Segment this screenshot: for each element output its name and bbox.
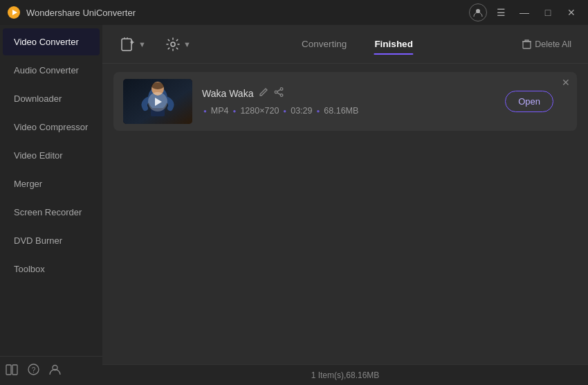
file-info: Waka Waka [202,87,495,116]
sidebar-item-audio-converter[interactable]: Audio Converter [3,57,100,84]
file-name: Waka Waka [202,88,253,99]
sidebar-item-merger[interactable]: Merger [3,170,100,197]
delete-all-button[interactable]: Delete All [517,36,577,53]
content-area: ▼ ▼ Converting Finished [102,25,588,385]
settings-arrow: ▼ [183,40,191,48]
status-bar: 1 Item(s),68.16MB [102,364,588,385]
open-file-button[interactable]: Open [505,91,553,112]
sidebar: Video Converter Audio Converter Download… [0,25,102,385]
minimize-button[interactable]: — [515,5,534,20]
menu-button[interactable]: ☰ [491,5,511,20]
main-layout: Video Converter Audio Converter Download… [0,25,588,385]
delete-all-label: Delete All [535,39,571,49]
svg-rect-10 [523,42,531,48]
svg-point-16 [281,88,284,91]
svg-point-18 [275,91,278,93]
file-name-row: Waka Waka [202,87,495,99]
play-button[interactable] [148,92,167,111]
sidebar-item-downloader[interactable]: Downloader [3,85,100,112]
sidebar-item-video-converter[interactable]: Video Converter [3,28,100,55]
app-title: Wondershare UniConverter [26,8,136,18]
svg-point-9 [171,42,175,46]
file-meta: ● MP4 ● 1280×720 ● 03:29 ● 68.16MB [202,106,495,116]
file-duration: 03:29 [291,106,312,116]
sidebar-item-dvd-burner[interactable]: DVD Burner [3,227,100,254]
status-text: 1 Item(s),68.16MB [311,370,380,380]
sidebar-item-video-editor[interactable]: Video Editor [3,142,100,169]
svg-rect-4 [12,365,17,375]
svg-point-15 [151,82,164,89]
svg-text:?: ? [32,366,36,374]
sidebar-item-toolbox[interactable]: Toolbox [3,256,100,283]
sidebar-bottom: ? [0,356,102,385]
help-icon[interactable]: ? [28,364,39,378]
add-file-button[interactable]: ▼ [113,33,153,56]
settings-button[interactable]: ▼ [158,33,198,56]
title-bar-left: Wondershare UniConverter [7,6,136,19]
tab-finished[interactable]: Finished [360,35,427,53]
play-triangle-icon [155,98,162,106]
file-resolution: 1280×720 [240,106,279,116]
file-card: ✕ [113,72,577,131]
toolbar: ▼ ▼ Converting Finished [102,25,588,64]
sidebar-item-screen-recorder[interactable]: Screen Recorder [3,199,100,226]
title-bar: Wondershare UniConverter ☰ — □ ✕ [0,0,588,25]
file-thumbnail[interactable] [123,79,192,124]
edit-icon[interactable] [259,87,268,99]
add-file-arrow: ▼ [138,40,146,48]
file-format: MP4 [211,106,229,116]
file-close-button[interactable]: ✕ [562,78,570,87]
svg-rect-3 [6,365,11,375]
svg-line-20 [277,93,281,95]
bullet-1: ● [203,108,207,114]
user-icon[interactable] [49,364,61,378]
profile-button[interactable] [469,3,487,21]
app-logo [7,6,21,19]
svg-rect-8 [122,39,131,51]
maximize-button[interactable]: □ [538,5,558,20]
bullet-3: ● [283,108,286,114]
file-list: ✕ [102,64,588,364]
share-icon[interactable] [274,87,284,99]
close-button[interactable]: ✕ [562,5,581,20]
bullet-2: ● [233,108,237,114]
book-icon[interactable] [6,364,18,378]
tab-converting[interactable]: Converting [288,35,360,53]
svg-line-19 [277,89,281,91]
file-size: 68.16MB [324,106,358,116]
sidebar-item-video-compressor[interactable]: Video Compressor [3,114,100,141]
tab-area: Converting Finished [203,35,511,53]
svg-point-17 [281,94,284,97]
bullet-4: ● [316,108,320,114]
